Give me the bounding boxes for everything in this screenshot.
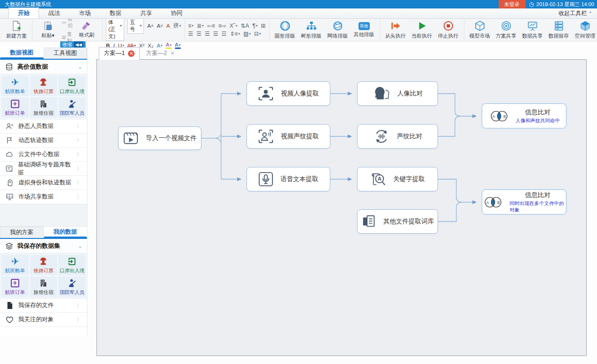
high-value-dataset-grid: ✈ 航班舱单 铁路订票 口岸出入境 ✈ 航班订单 旅馆住宿: [0, 74, 87, 119]
node-video-voiceprint-extraction[interactable]: 视频声纹提取: [247, 124, 330, 149]
bullet-list-button[interactable]: ≡▾: [188, 23, 194, 29]
increase-indent-button[interactable]: ≡⇨: [218, 23, 226, 29]
run-current-button[interactable]: 当前执行: [410, 20, 434, 40]
clipboard-icon: [43, 21, 53, 31]
font-size-select[interactable]: 五号▾: [127, 18, 144, 34]
sidebar-item-cloud-file-data[interactable]: 云文件中心数据 〉: [0, 148, 87, 162]
asian-layout-button[interactable]: Xˆ▾: [230, 23, 238, 29]
presentation-chart-icon: [527, 20, 538, 32]
node-keyword-extraction[interactable]: A 关键字提取: [357, 167, 438, 191]
collapse-toolbar-button[interactable]: 收起工具栏 ⌃: [558, 9, 592, 17]
menu-tab-collab[interactable]: 协同: [161, 8, 192, 18]
close-tab-icon[interactable]: ✕: [170, 50, 175, 56]
sidebar: 数据视图 工具视图 高价值数据 ⌄ ✈ 航班舱单 铁路订票 口岸出入境 ✈ 航班: [0, 47, 88, 335]
distribute-icon[interactable]: ☲: [222, 31, 227, 37]
dataset-hotel-stay[interactable]: 旅馆住宿: [30, 97, 57, 118]
circle-layout-button[interactable]: 圆形排版: [273, 20, 297, 40]
tab-my-plans[interactable]: 我的方案: [0, 227, 44, 238]
space-mgmt-button[interactable]: 空间管理: [573, 20, 597, 40]
dataset-military-personnel[interactable]: 国防军人员: [58, 277, 86, 297]
venn-diagram-icon: AB: [482, 195, 504, 210]
dataset-flight-manifest[interactable]: ✈ 航班舱单: [1, 255, 29, 275]
dataset-hotel-stay[interactable]: 旅馆住宿: [30, 277, 57, 297]
sort-button[interactable]: ⇅A: [240, 23, 249, 29]
section-high-value-data[interactable]: 高价值数据 ⌄: [0, 60, 87, 74]
tab-my-data[interactable]: 我的数据: [44, 227, 88, 238]
plan-share-button[interactable]: 方案共享: [494, 20, 518, 40]
dataset-rail-ticket[interactable]: 铁路订票: [30, 76, 57, 96]
node-face-compare[interactable]: 人像比对: [357, 81, 438, 106]
sidebar-item-my-followed-objects[interactable]: 我关注的对象 〉: [0, 313, 87, 327]
sidebar-item-virtual-identity-data[interactable]: 虚拟身份和轨迹数据 〉: [0, 176, 87, 190]
align-right-icon[interactable]: ☰: [205, 31, 210, 37]
node-import-video-file[interactable]: 导入一个视频文件: [118, 127, 201, 150]
close-tab-icon[interactable]: ✕: [128, 50, 135, 57]
sidebar-gap: [0, 204, 87, 227]
tab-tool-view[interactable]: 工具视图: [44, 47, 88, 59]
show-marks-button[interactable]: ¶▾: [253, 23, 258, 29]
sidebar-item-research-library-data[interactable]: 基础调研与专题库数据 〉: [0, 162, 87, 176]
menu-tab-start[interactable]: 开始: [8, 8, 39, 18]
decrease-indent-button[interactable]: ⇦≡: [207, 23, 215, 29]
dataset-flight-order[interactable]: ✈ 航班订单: [1, 277, 29, 297]
toolbar-group-layout: 圆形排版 树形排版 网络排版 其他 其他排版: [270, 19, 380, 40]
sidebar-item-market-shared-data[interactable]: 市场共享数据 〉: [0, 190, 87, 204]
clear-format-button[interactable]: A: [167, 23, 170, 29]
node-video-face-extraction[interactable]: 视频人像提取: [247, 81, 330, 106]
dataset-military-personnel[interactable]: 国防军人员: [58, 97, 86, 118]
node-voiceprint-compare[interactable]: 声纹比对: [357, 124, 438, 149]
node-info-compare-face-voice[interactable]: AB 信息比对 人像和声纹共同命中: [482, 103, 566, 128]
borders-button[interactable]: ⊟▾: [254, 31, 261, 37]
menu-tab-tactics[interactable]: 战法: [39, 8, 70, 18]
shrink-font-button[interactable]: A˅: [157, 23, 163, 29]
dataset-border-entry-exit[interactable]: 口岸出入境: [58, 76, 86, 96]
menu-tab-share[interactable]: 共享: [131, 8, 161, 18]
node-info-compare-multi-file[interactable]: AB 信息比对 同时出现在多个文件中的对象: [482, 190, 566, 214]
sidebar-item-dynamic-track-data[interactable]: 动态轨迹数据 〉: [0, 134, 87, 148]
shading-button[interactable]: ▨▾: [243, 31, 251, 37]
dataset-flight-order[interactable]: ✈ 航班订单: [1, 97, 29, 118]
node-speech-to-text-extraction[interactable]: 语音文本提取: [247, 167, 330, 191]
grow-font-button[interactable]: A˄: [147, 23, 153, 29]
dataset-border-entry-exit[interactable]: 口岸出入境: [58, 255, 86, 275]
format-painter-button[interactable]: 格式刷: [74, 21, 99, 39]
dropdown-arrow-icon: ▾: [120, 24, 122, 28]
menu-tab-data[interactable]: 数据: [100, 8, 131, 18]
data-share-button[interactable]: 数据共享: [520, 20, 545, 40]
sidebar-collapse-button[interactable]: 收缩 ◀◀: [60, 41, 86, 47]
sidebar-item-static-person-data[interactable]: 静态人员数据 〉: [0, 119, 87, 134]
menu-tab-market[interactable]: 市场: [70, 8, 100, 18]
plane-icon: ✈: [11, 77, 19, 88]
other-layout-button[interactable]: 其他 其他排版: [352, 22, 376, 39]
dataset-flight-manifest[interactable]: ✈ 航班舱单: [1, 76, 29, 96]
run-from-start-button[interactable]: 从头执行: [383, 20, 408, 40]
workspace-tab-plan2[interactable]: 方案—2 ✕: [141, 47, 179, 60]
svg-text:A: A: [486, 200, 489, 205]
workspace-tab-plan1[interactable]: 方案—1 ✕: [99, 47, 140, 60]
table-button[interactable]: ⊞: [261, 23, 266, 29]
numbered-list-button[interactable]: ≣▾: [197, 23, 204, 29]
login-status-badge[interactable]: 未登录: [499, 0, 525, 8]
flow-canvas[interactable]: 导入一个视频文件 视频人像提取 人像比对 视频声纹提取 声纹比对 语音文本提取 …: [96, 59, 587, 356]
sidebar-view-tabs: 数据视图 工具视图: [0, 47, 87, 60]
line-spacing-button[interactable]: ⇕≡▾: [230, 31, 240, 37]
phonetic-guide-button[interactable]: 拼▾: [173, 22, 181, 30]
dataset-rail-ticket[interactable]: 铁路订票: [30, 255, 57, 275]
tab-data-view[interactable]: 数据视图: [0, 47, 44, 59]
align-center-icon[interactable]: ☰: [197, 31, 202, 37]
align-justify-icon[interactable]: ☰: [213, 31, 218, 37]
paste-button[interactable]: 粘贴▾: [36, 20, 60, 40]
tree-layout-button[interactable]: 树形排版: [299, 20, 324, 40]
network-layout-button[interactable]: 网络排版: [326, 20, 350, 40]
stop-exec-button[interactable]: 停止执行: [436, 20, 461, 40]
face-frame-icon: [258, 86, 274, 101]
data-retention-button[interactable]: 数据留存: [547, 20, 571, 40]
model-market-button[interactable]: 模型市场: [468, 20, 492, 40]
toolbar-group-clipboard: 粘贴▾ ✂ 剪切 ⧉ 复制 格式刷: [32, 19, 103, 40]
sidebar-item-my-saved-files[interactable]: 我保存的文件 〉: [0, 299, 87, 313]
align-left-icon[interactable]: ☰: [188, 31, 193, 37]
new-plan-button[interactable]: 新建方案: [4, 20, 29, 40]
section-saved-datasets[interactable]: 我保存的数据集 ⌄: [0, 239, 87, 253]
node-other-files-lexicon[interactable]: 其他文件提取词库: [357, 209, 438, 234]
stop-icon: [443, 20, 454, 32]
